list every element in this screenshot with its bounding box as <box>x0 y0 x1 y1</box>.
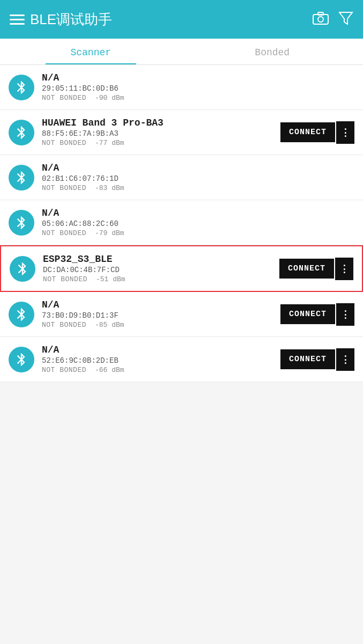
device-name-5: ESP32_S3_BLE <box>43 254 279 265</box>
device-mac-1: 29:05:11:BC:0D:B6 <box>42 84 354 93</box>
device-name-3: N/A <box>42 163 354 173</box>
device-name-2: HUAWEI Band 3 Pro-BA3 <box>42 118 280 128</box>
device-info-1: N/A29:05:11:BC:0D:B6NOT BONDED-90 dBm <box>42 72 354 102</box>
device-mac-6: 73:B0:D9:B0:D1:3F <box>42 311 280 320</box>
bluetooth-icon-4 <box>9 210 34 236</box>
device-actions-2: CONNECT⋮ <box>280 121 354 144</box>
device-name-7: N/A <box>42 345 280 355</box>
device-item-4: N/A05:06:AC:88:2C:60NOT BONDED-79 dBm <box>0 200 363 245</box>
device-info-6: N/A73:B0:D9:B0:D1:3FNOT BONDED-85 dBm <box>42 299 280 329</box>
bluetooth-icon-3 <box>9 165 34 191</box>
camera-icon[interactable] <box>313 11 329 28</box>
tab-bonded[interactable]: Bonded <box>182 39 364 64</box>
device-item-5: ESP32_S3_BLEDC:DA:0C:4B:7F:CDNOT BONDED-… <box>0 245 363 292</box>
device-rssi-5: -51 dBm <box>96 275 125 283</box>
device-bond-status-4: NOT BONDED <box>42 229 86 237</box>
device-mac-4: 05:06:AC:88:2C:60 <box>42 219 354 228</box>
device-item-1: N/A29:05:11:BC:0D:B6NOT BONDED-90 dBm <box>0 65 363 110</box>
bluetooth-icon-7 <box>9 347 34 372</box>
device-item-2: HUAWEI Band 3 Pro-BA388:F5:6E:7A:9B:A3NO… <box>0 110 363 155</box>
device-list: N/A29:05:11:BC:0D:B6NOT BONDED-90 dBm HU… <box>0 65 363 382</box>
svg-rect-0 <box>313 14 328 24</box>
device-mac-7: 52:E6:9C:0B:2D:EB <box>42 356 280 365</box>
connect-button-5[interactable]: CONNECT <box>279 259 334 279</box>
device-actions-5: CONNECT⋮ <box>279 258 353 280</box>
app-title: BLE调试助手 <box>30 10 112 29</box>
device-info-2: HUAWEI Band 3 Pro-BA388:F5:6E:7A:9B:A3NO… <box>42 118 280 147</box>
bluetooth-icon-2 <box>9 120 34 145</box>
device-rssi-7: -66 dBm <box>95 366 124 374</box>
app-header: BLE调试助手 <box>0 0 363 39</box>
connect-button-7[interactable]: CONNECT <box>280 349 335 369</box>
device-info-7: N/A52:E6:9C:0B:2D:EBNOT BONDED-66 dBm <box>42 345 280 374</box>
device-info-5: ESP32_S3_BLEDC:DA:0C:4B:7F:CDNOT BONDED-… <box>43 254 279 283</box>
device-mac-3: 02:B1:C6:07:76:1D <box>42 174 354 183</box>
device-bond-status-2: NOT BONDED <box>42 139 86 147</box>
svg-point-1 <box>318 17 323 22</box>
hamburger-menu-button[interactable] <box>10 14 25 25</box>
device-info-4: N/A05:06:AC:88:2C:60NOT BONDED-79 dBm <box>42 208 354 237</box>
bluetooth-icon-5 <box>10 256 35 282</box>
device-mac-2: 88:F5:6E:7A:9B:A3 <box>42 129 280 138</box>
device-item-6: N/A73:B0:D9:B0:D1:3FNOT BONDED-85 dBmCON… <box>0 292 363 337</box>
device-rssi-1: -90 dBm <box>95 94 124 102</box>
device-rssi-2: -77 dBm <box>95 139 124 147</box>
more-options-button-2[interactable]: ⋮ <box>336 121 354 144</box>
more-options-button-6[interactable]: ⋮ <box>336 303 354 326</box>
device-bond-status-6: NOT BONDED <box>42 321 86 329</box>
device-actions-6: CONNECT⋮ <box>280 303 354 326</box>
device-rssi-6: -85 dBm <box>95 321 124 329</box>
device-rssi-3: -83 dBm <box>95 184 124 192</box>
device-item-3: N/A02:B1:C6:07:76:1DNOT BONDED-83 dBm <box>0 155 363 200</box>
connect-button-2[interactable]: CONNECT <box>280 122 335 142</box>
device-bond-status-3: NOT BONDED <box>42 184 86 192</box>
moon-icon[interactable] <box>288 10 303 28</box>
device-bond-status-1: NOT BONDED <box>42 94 86 102</box>
device-actions-7: CONNECT⋮ <box>280 348 354 371</box>
device-rssi-4: -79 dBm <box>95 229 124 237</box>
connect-button-6[interactable]: CONNECT <box>280 304 335 324</box>
bluetooth-icon-1 <box>9 75 34 100</box>
device-bond-status-7: NOT BONDED <box>42 366 86 374</box>
more-options-button-7[interactable]: ⋮ <box>336 348 354 371</box>
header-icons <box>288 10 353 28</box>
device-name-6: N/A <box>42 299 280 310</box>
device-name-4: N/A <box>42 208 354 218</box>
bluetooth-icon-6 <box>9 302 34 327</box>
device-item-7: N/A52:E6:9C:0B:2D:EBNOT BONDED-66 dBmCON… <box>0 337 363 382</box>
device-mac-5: DC:DA:0C:4B:7F:CD <box>43 266 279 274</box>
more-options-button-5[interactable]: ⋮ <box>335 258 353 280</box>
device-info-3: N/A02:B1:C6:07:76:1DNOT BONDED-83 dBm <box>42 163 354 192</box>
device-name-1: N/A <box>42 72 354 83</box>
svg-rect-2 <box>318 12 323 15</box>
tab-bar: Scanner Bonded <box>0 39 363 65</box>
svg-marker-3 <box>339 12 352 24</box>
device-bond-status-5: NOT BONDED <box>43 275 87 283</box>
tab-scanner[interactable]: Scanner <box>0 39 182 64</box>
filter-icon[interactable] <box>338 10 353 28</box>
